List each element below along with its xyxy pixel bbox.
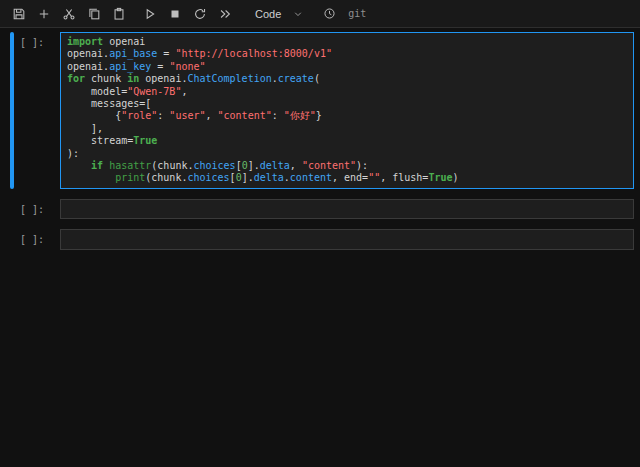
code-line: openai.api_key = "none" — [67, 61, 627, 73]
code-line: ], — [67, 123, 627, 135]
code-line: if hasattr(chunk.choices[0].delta, "cont… — [67, 160, 627, 172]
run-cell-button[interactable] — [138, 2, 161, 25]
copy-cell-button[interactable] — [82, 2, 105, 25]
add-cell-button[interactable] — [32, 2, 55, 25]
cell-type-dropdown[interactable]: Code — [247, 6, 311, 22]
cell-prompt: [ ]: — [14, 229, 60, 249]
notebook-cell[interactable]: [ ]: — [10, 229, 634, 249]
code-line — [67, 203, 627, 215]
save-button[interactable] — [7, 2, 30, 25]
cell-type-value: Code — [255, 8, 281, 20]
git-label: git — [348, 8, 366, 19]
execution-time-button[interactable] — [318, 2, 341, 25]
cell-editor[interactable] — [60, 199, 634, 219]
restart-kernel-button[interactable] — [188, 2, 211, 25]
notebook-cells: [ ]:import openaiopenai.api_base = "http… — [0, 28, 640, 250]
code-line: for chunk in openai.ChatCompletion.creat… — [67, 73, 627, 85]
paste-icon — [112, 7, 126, 21]
code-line — [67, 233, 627, 245]
chevron-down-icon — [293, 9, 303, 19]
clock-icon — [323, 7, 336, 20]
copy-icon — [87, 7, 101, 21]
stop-icon — [168, 7, 182, 21]
save-icon — [12, 7, 26, 21]
cell-editor[interactable]: import openaiopenai.api_base = "http://l… — [60, 32, 634, 189]
code-line: ): — [67, 148, 627, 160]
cell-editor[interactable] — [60, 229, 634, 249]
restart-kernel-icon — [193, 7, 207, 21]
notebook-toolbar: Code git — [0, 0, 640, 28]
restart-run-all-button[interactable] — [213, 2, 236, 25]
notebook-cell[interactable]: [ ]: — [10, 199, 634, 219]
cell-prompt: [ ]: — [14, 32, 60, 189]
restart-run-all-icon — [218, 7, 232, 21]
cut-icon — [62, 7, 76, 21]
notebook-cell[interactable]: [ ]:import openaiopenai.api_base = "http… — [10, 32, 634, 189]
interrupt-kernel-button[interactable] — [163, 2, 186, 25]
paste-cell-button[interactable] — [107, 2, 130, 25]
code-line: openai.api_base = "http://localhost:8000… — [67, 48, 627, 60]
code-line: stream=True — [67, 135, 627, 147]
code-line: print(chunk.choices[0].delta.content, en… — [67, 172, 627, 184]
cut-cell-button[interactable] — [57, 2, 80, 25]
code-line: messages=[ — [67, 98, 627, 110]
run-icon — [143, 7, 157, 21]
add-cell-icon — [37, 7, 51, 21]
code-line: model="Qwen-7B", — [67, 86, 627, 98]
cell-prompt: [ ]: — [14, 199, 60, 219]
code-line: {"role": "user", "content": "你好"} — [67, 110, 627, 122]
code-line: import openai — [67, 36, 627, 48]
